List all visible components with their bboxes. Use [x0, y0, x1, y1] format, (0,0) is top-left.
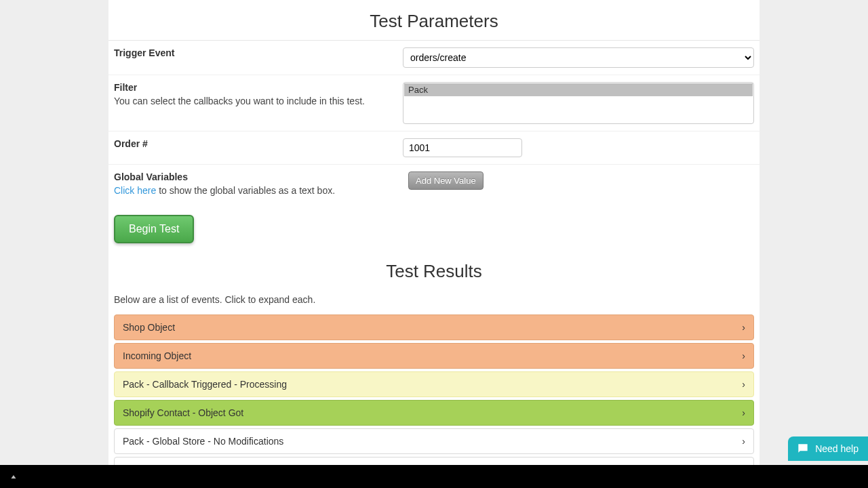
globals-link[interactable]: Click here: [114, 185, 156, 196]
globals-help: Click here to show the global variables …: [114, 185, 393, 196]
chevron-right-icon: ›: [742, 436, 745, 447]
footer-caret-icon[interactable]: ▲: [9, 473, 18, 480]
trigger-label-wrap: Trigger Event: [114, 47, 403, 68]
globals-row: Global Variables Click here to show the …: [108, 165, 760, 203]
result-item-label: Shop Object: [123, 322, 175, 333]
filter-label: Filter: [114, 82, 393, 93]
trigger-control: orders/create: [403, 47, 754, 68]
filter-label-wrap: Filter You can select the callbacks you …: [114, 82, 403, 124]
results-list: Shop Object›Incoming Object›Pack - Callb…: [108, 314, 760, 488]
filter-control: Pack: [403, 82, 754, 124]
globals-label: Global Variables: [114, 171, 393, 182]
order-input[interactable]: [403, 138, 522, 157]
chevron-right-icon: ›: [742, 350, 745, 361]
result-item[interactable]: Shopify Contact - Object Got›: [114, 400, 754, 426]
trigger-select[interactable]: orders/create: [403, 47, 754, 68]
help-widget[interactable]: Need help: [788, 436, 868, 461]
result-item-label: Shopify Contact - Object Got: [123, 407, 243, 418]
test-parameters-title: Test Parameters: [108, 7, 760, 40]
order-label-wrap: Order #: [114, 138, 403, 157]
globals-label-wrap: Global Variables Click here to show the …: [114, 171, 403, 196]
result-item[interactable]: Pack - Global Store - No Modifications›: [114, 428, 754, 454]
trigger-row: Trigger Event orders/create: [108, 41, 760, 75]
result-item-label: Incoming Object: [123, 350, 191, 361]
chat-icon: [796, 442, 810, 455]
order-row: Order #: [108, 131, 760, 165]
globals-control: Add New Value: [403, 171, 754, 196]
result-item[interactable]: Shop Object›: [114, 314, 754, 340]
add-new-value-button[interactable]: Add New Value: [408, 171, 484, 190]
order-label: Order #: [114, 138, 393, 149]
help-label: Need help: [815, 443, 859, 454]
globals-help-rest: to show the global variables as a text b…: [156, 185, 335, 196]
filter-listbox[interactable]: Pack: [403, 82, 754, 124]
result-item-label: Pack - Global Store - No Modifications: [123, 436, 283, 447]
footer-bar: ▲: [0, 465, 868, 488]
begin-test-button[interactable]: Begin Test: [114, 215, 194, 243]
filter-row: Filter You can select the callbacks you …: [108, 75, 760, 131]
chevron-right-icon: ›: [742, 407, 745, 418]
trigger-label: Trigger Event: [114, 47, 393, 58]
chevron-right-icon: ›: [742, 322, 745, 333]
result-item-label: Pack - Callback Triggered - Processing: [123, 379, 287, 390]
chevron-right-icon: ›: [742, 379, 745, 390]
filter-option-pack[interactable]: Pack: [404, 83, 753, 96]
order-control: [403, 138, 754, 157]
test-results-title: Test Results: [108, 257, 760, 290]
results-intro: Below are a list of events. Click to exp…: [108, 290, 760, 312]
result-item[interactable]: Incoming Object›: [114, 343, 754, 369]
page-container: Test Parameters Trigger Event orders/cre…: [108, 0, 760, 488]
result-item[interactable]: Pack - Callback Triggered - Processing›: [114, 371, 754, 397]
filter-help: You can select the callbacks you want to…: [114, 96, 393, 106]
